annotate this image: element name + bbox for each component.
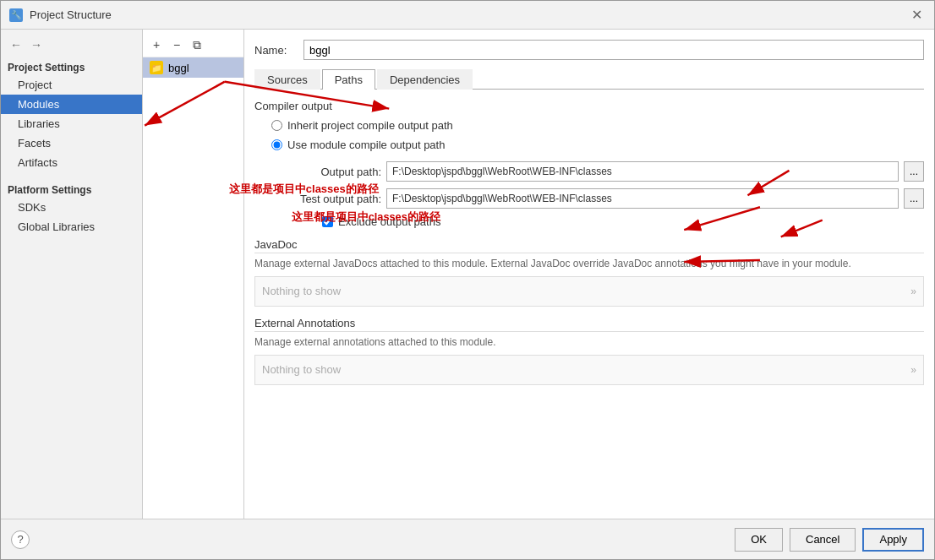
title-bar: 🔧 Project Structure ✕: [1, 1, 934, 30]
name-row: Name:: [254, 40, 924, 60]
bottom-right: OK Cancel Apply: [735, 528, 924, 552]
radio-use-module[interactable]: Use module compile output path: [271, 139, 924, 151]
annotations-expand-icon: »: [910, 364, 916, 376]
project-structure-window: 🔧 Project Structure ✕ ← → Project Settin…: [0, 0, 935, 560]
window-title: Project Structure: [30, 8, 112, 21]
tree-toolbar: + − ⧉: [143, 33, 243, 57]
output-path-input[interactable]: [386, 161, 899, 182]
javadoc-section: JavaDoc Manage external JavaDocs attache…: [254, 238, 924, 307]
tab-dependencies[interactable]: Dependencies: [377, 69, 473, 90]
output-path-label: Output path:: [288, 166, 381, 178]
javadoc-nothing-box: Nothing to show »: [254, 276, 924, 307]
output-path-browse-btn[interactable]: ...: [904, 161, 924, 182]
sidebar-item-modules[interactable]: Modules: [1, 95, 142, 114]
sidebar-item-sdks[interactable]: SDKs: [1, 198, 142, 217]
tabs-row: Sources Paths Dependencies: [254, 68, 924, 90]
radio-inherit[interactable]: Inherit project compile output path: [271, 119, 924, 132]
annotations-nothing-text: Nothing to show: [262, 363, 341, 376]
javadoc-desc: Manage external JavaDocs attached to thi…: [254, 257, 924, 271]
test-output-path-label: Test output path:: [288, 193, 381, 205]
sidebar-item-project[interactable]: Project: [1, 75, 142, 95]
output-path-row: Output path: ...: [288, 161, 924, 182]
add-module-button[interactable]: +: [148, 36, 165, 53]
back-arrow[interactable]: ←: [8, 36, 25, 53]
annotations-nothing-box: Nothing to show »: [254, 355, 924, 385]
javadoc-expand-icon: »: [910, 285, 916, 297]
platform-settings-header: Platform Settings: [1, 179, 142, 198]
annotations-title: External Annotations: [254, 317, 924, 332]
window-icon: 🔧: [9, 8, 23, 22]
annotations-section: External Annotations Manage external ann…: [254, 317, 924, 385]
javadoc-title: JavaDoc: [254, 238, 924, 253]
radio-use-module-input[interactable]: [271, 139, 282, 150]
compiler-output-title: Compiler output: [254, 100, 924, 112]
tree-panel: + − ⧉ 📁 bggl: [143, 30, 244, 519]
title-bar-left: 🔧 Project Structure: [9, 8, 112, 22]
module-icon: 📁: [150, 61, 163, 74]
radio-use-module-label: Use module compile output path: [287, 139, 445, 151]
test-output-path-browse-btn[interactable]: ...: [904, 188, 924, 209]
exclude-row: Exclude output paths: [322, 215, 924, 228]
tab-paths[interactable]: Paths: [322, 69, 375, 90]
sidebar: ← → Project Settings Project Modules Lib…: [1, 30, 143, 519]
test-output-path-row: Test output path: ...: [288, 188, 924, 209]
nav-row: ← →: [1, 33, 142, 57]
close-button[interactable]: ✕: [908, 8, 926, 22]
exclude-checkbox[interactable]: [322, 216, 333, 227]
main-content: ← → Project Settings Project Modules Lib…: [1, 30, 934, 519]
tab-sources[interactable]: Sources: [254, 69, 320, 90]
test-output-path-input[interactable]: [386, 188, 899, 209]
exclude-label: Exclude output paths: [338, 215, 440, 228]
sidebar-item-facets[interactable]: Facets: [1, 133, 142, 153]
sidebar-item-libraries[interactable]: Libraries: [1, 114, 142, 133]
name-input[interactable]: [303, 40, 924, 60]
tree-item-bggl[interactable]: 📁 bggl: [143, 57, 243, 78]
sidebar-item-artifacts[interactable]: Artifacts: [1, 153, 142, 172]
radio-inherit-label: Inherit project compile output path: [287, 119, 453, 132]
radio-group: Inherit project compile output path Use …: [271, 119, 924, 151]
ok-button[interactable]: OK: [735, 528, 783, 552]
sidebar-item-global-libraries[interactable]: Global Libraries: [1, 217, 142, 237]
forward-arrow[interactable]: →: [28, 36, 45, 53]
javadoc-nothing-text: Nothing to show: [262, 285, 341, 297]
bottom-bar: ? OK Cancel Apply: [1, 519, 934, 559]
cancel-button[interactable]: Cancel: [790, 528, 856, 552]
tree-item-label: bggl: [168, 62, 189, 74]
detail-panel: Name: Sources Paths Dependencies Compile…: [244, 30, 934, 519]
annotations-desc: Manage external annotations attached to …: [254, 335, 924, 350]
apply-button[interactable]: Apply: [862, 528, 924, 552]
help-button[interactable]: ?: [11, 530, 30, 549]
remove-module-button[interactable]: −: [168, 36, 185, 53]
bottom-left: ?: [11, 530, 30, 549]
name-label: Name:: [254, 44, 297, 57]
project-settings-header: Project Settings: [1, 57, 142, 75]
copy-module-button[interactable]: ⧉: [189, 36, 205, 53]
radio-inherit-input[interactable]: [271, 120, 282, 131]
